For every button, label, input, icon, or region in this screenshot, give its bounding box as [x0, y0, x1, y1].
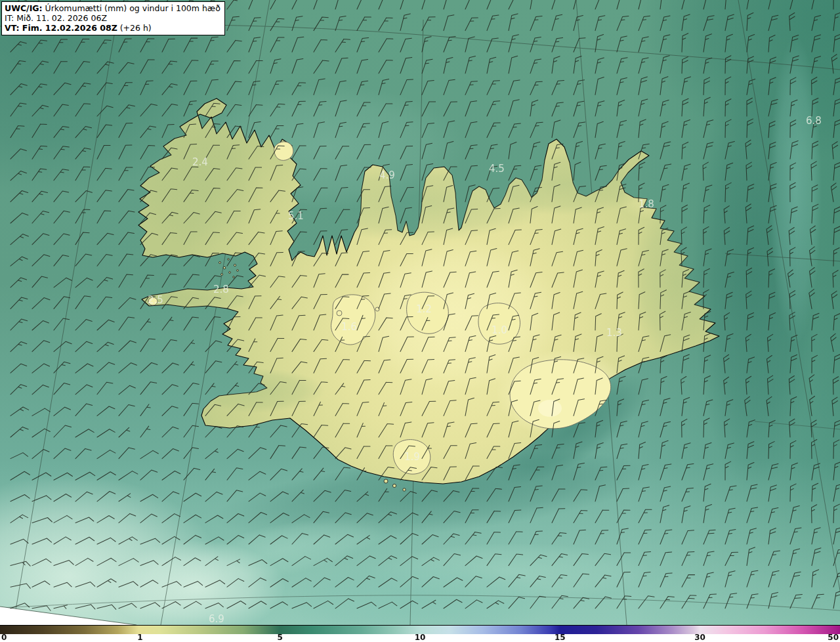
precip-value-label: 4.5 [489, 163, 505, 175]
weather-map-page: 2.44.94.51.86.85.12.82.51.61.21.01.31.96… [0, 0, 840, 642]
precip-value-label: 6.8 [806, 115, 822, 127]
glacier-bright-spot [538, 400, 562, 417]
colorbar-tick: 1 [137, 633, 142, 642]
precip-value-label: 6.9 [209, 613, 224, 625]
precip-value-label: 1.0 [492, 324, 507, 336]
colorbar-tick: 50 [828, 633, 839, 642]
glacier [274, 142, 293, 161]
precip-value-label: 4.9 [379, 169, 395, 181]
colorbar: 01510153050 [0, 625, 840, 642]
map-area: 2.44.94.51.86.85.12.82.51.61.21.01.31.96… [0, 0, 840, 626]
precip-value-label: 5.1 [288, 210, 304, 222]
colorbar-tick: 0 [1, 633, 7, 642]
precip-value-label: 1.8 [639, 198, 654, 210]
title-line-product: UWC/IG: Úrkomumætti (mm) og vindur i 100… [5, 3, 220, 13]
init-time: IT: Mið. 11. 02. 2026 06Z [5, 13, 220, 23]
precip-value-label: 1.3 [606, 327, 622, 339]
map-canvas: 2.44.94.51.86.85.12.82.51.61.21.01.31.96… [0, 0, 840, 625]
colorbar-tick: 15 [555, 633, 566, 642]
colorbar-tick: 30 [694, 633, 705, 642]
title-line-valid: VT: Fim. 12.02.2026 08Z (+26 h) [5, 23, 220, 33]
precip-value-label: 2.8 [213, 284, 229, 295]
precip-value-label: 1.2 [416, 303, 432, 315]
valid-time: VT: Fim. 12.02.2026 08Z [5, 23, 117, 33]
precip-value-label: 2.4 [192, 156, 208, 168]
model-id: UWC/IG: [5, 3, 43, 13]
colorbar-tick: 5 [277, 633, 282, 642]
glacier [337, 310, 342, 316]
precip-value-label: 1.9 [404, 451, 420, 463]
valid-offset: (+26 h) [117, 23, 152, 33]
title-box: UWC/IG: Úrkomumætti (mm) og vindur i 100… [1, 1, 225, 35]
precip-value-label: 1.6 [341, 321, 357, 333]
colorbar-labels: 01510153050 [0, 634, 840, 642]
precip-value-label: 2.5 [148, 294, 163, 306]
product-title: Úrkomumætti (mm) og vindur i 100m hæð [43, 3, 220, 13]
colorbar-tick: 10 [415, 633, 426, 642]
